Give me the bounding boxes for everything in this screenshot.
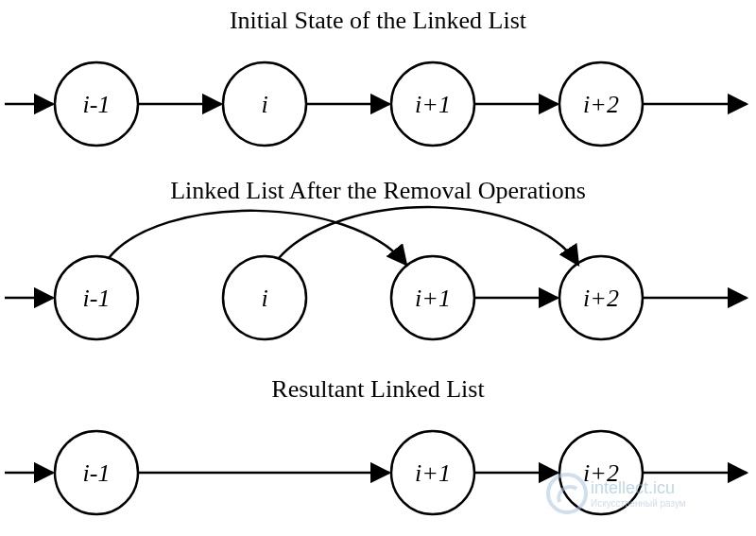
title-removal: Linked List After the Removal Operations	[170, 177, 586, 204]
watermark-line2: Искусственный разум	[591, 498, 686, 509]
linked-list-diagram: Initial State of the Linked List i-1 i i…	[0, 0, 756, 536]
node2-i-label: i	[261, 285, 267, 312]
node-i-1-label: i-1	[83, 91, 111, 118]
node2-ip2-label: i+2	[583, 285, 619, 312]
node3-i-1-label: i-1	[83, 459, 111, 487]
watermark-arc-icon	[558, 487, 576, 502]
panel-removal: Linked List After the Removal Operations…	[5, 177, 747, 339]
node2-i-1-label: i-1	[83, 285, 111, 312]
node-ip2-label: i+2	[583, 91, 619, 118]
node-ip1-label: i+1	[415, 91, 451, 118]
title-result: Resultant Linked List	[271, 375, 485, 403]
watermark: intellect.icu Искусственный разум	[548, 475, 686, 512]
node2-ip1-label: i+1	[415, 285, 451, 312]
title-initial: Initial State of the Linked List	[230, 7, 527, 34]
node3-ip1-label: i+1	[415, 459, 451, 487]
panel-initial: Initial State of the Linked List i-1 i i…	[5, 7, 747, 146]
watermark-circle-icon	[548, 475, 586, 512]
node-i-label: i	[261, 91, 267, 118]
watermark-line1: intellect.icu	[591, 478, 675, 497]
